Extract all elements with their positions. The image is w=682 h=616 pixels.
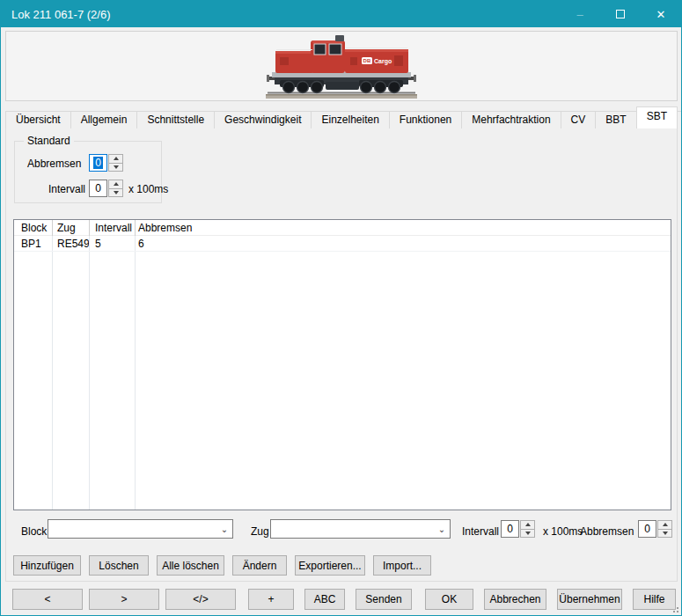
maximize-icon (616, 10, 625, 18)
import-button[interactable]: Import... (373, 555, 431, 576)
intervall-spinner-input[interactable]: 0 (89, 180, 107, 197)
locomotive-illustration: DB Cargo (262, 33, 421, 101)
spin-down-icon (114, 165, 119, 169)
abbremsen-spin-down-button[interactable] (108, 163, 123, 172)
cargo-logo-text: Cargo (374, 58, 392, 65)
cell-intervall: 5 (89, 236, 135, 252)
column-divider (89, 220, 90, 510)
abbremsen-spinner-input[interactable]: 0 (89, 154, 107, 172)
maximize-button[interactable] (600, 1, 641, 27)
hilfe-button[interactable]: Hilfe (633, 589, 676, 610)
spin-down-icon (663, 532, 668, 535)
spin-down-icon (114, 191, 119, 194)
header-divider (89, 220, 90, 236)
tab-geschwindigkeit[interactable]: Geschwindigkeit (214, 111, 312, 128)
chevron-down-icon[interactable]: ⌄ (434, 524, 450, 534)
titlebar: Lok 211 061-7 (2/6) – ✕ (1, 1, 681, 27)
column-header-block[interactable]: Block (14, 220, 52, 236)
block-table[interactable]: Block Zug Intervall Abbremsen BP1 RE549 … (13, 219, 671, 510)
tab-mehrfachtraktion[interactable]: Mehrfachtraktion (461, 111, 561, 128)
standard-group-title: Standard (24, 135, 74, 147)
abbremsen-label: Abbremsen (27, 158, 81, 170)
cell-block: BP1 (14, 236, 52, 252)
ok-button[interactable]: OK (425, 589, 473, 610)
intervall-label: Intervall (27, 183, 85, 195)
tab-strip: Übersicht Allgemein Schnittstelle Geschw… (5, 106, 682, 128)
entry-intervall-spinner: 0 (501, 520, 535, 538)
column-divider (52, 220, 53, 510)
next-loco-button[interactable]: > (89, 589, 159, 610)
table-row[interactable]: BP1 RE549 5 6 (14, 236, 671, 252)
entry-intervall-input[interactable]: 0 (501, 520, 519, 538)
entry-abbremsen-input[interactable]: 0 (638, 520, 656, 538)
standard-groupbox: Standard Abbremsen 0 Intervall 0 x 100ms (14, 141, 162, 203)
spin-up-icon (663, 523, 668, 526)
entry-intervall-spin-down-button[interactable] (520, 529, 535, 539)
aendern-button[interactable]: Ändern (232, 555, 287, 576)
resize-grip[interactable] (671, 605, 679, 613)
entry-abbremsen-spinner: 0 (638, 520, 672, 538)
tab-schnittstelle[interactable]: Schnittstelle (136, 111, 215, 128)
column-header-abbremsen[interactable]: Abbremsen (135, 220, 671, 236)
close-icon: ✕ (656, 8, 666, 21)
dialog-button-bar: < > </> + ABC Senden OK Abbrechen Überne… (1, 587, 682, 612)
table-header: Block Zug Intervall Abbremsen (14, 220, 671, 236)
tab-uebersicht[interactable]: Übersicht (5, 111, 71, 128)
spin-up-icon (114, 157, 119, 160)
entry-intervall-label: Intervall (462, 522, 499, 541)
previous-loco-button[interactable]: < (12, 589, 83, 610)
loeschen-button[interactable]: Löschen (89, 555, 149, 576)
sbt-tab-page: Standard Abbremsen 0 Intervall 0 x 100ms (5, 128, 678, 582)
entry-zug-label: Zug (251, 522, 269, 541)
header-divider (135, 220, 136, 236)
entry-abbremsen-spin-down-button[interactable] (657, 529, 672, 539)
header-divider (52, 220, 53, 236)
tab-sbt[interactable]: SBT (636, 106, 678, 128)
lok-dialog-window: Lok 211 061-7 (2/6) – ✕ (0, 0, 682, 616)
locomotive-image-panel: DB Cargo (5, 31, 678, 101)
minimize-button[interactable]: – (560, 1, 600, 27)
senden-button[interactable]: Senden (356, 589, 412, 610)
alle-loeschen-button[interactable]: Alle löschen (157, 555, 224, 576)
db-logo-text: DB (363, 58, 371, 63)
intervall-spinner: 0 (89, 180, 123, 197)
window-title: Lok 211 061-7 (2/6) (1, 8, 560, 21)
column-header-intervall[interactable]: Intervall (89, 220, 135, 236)
block-combobox[interactable]: ⌄ (48, 519, 233, 539)
column-header-zug[interactable]: Zug (52, 220, 89, 236)
tab-bbt[interactable]: BBT (595, 111, 636, 128)
exportieren-button[interactable]: Exportieren... (295, 555, 365, 576)
entry-abbremsen-label: Abbremsen (580, 522, 634, 541)
abbremsen-spinner: 0 (89, 154, 123, 172)
abc-button[interactable]: ABC (304, 589, 345, 610)
chevron-down-icon[interactable]: ⌄ (216, 524, 232, 534)
hinzufuegen-button[interactable]: Hinzufügen (13, 555, 81, 576)
cell-abbremsen: 6 (135, 236, 671, 252)
close-button[interactable]: ✕ (641, 1, 681, 27)
minimize-icon: – (576, 8, 583, 21)
column-divider (135, 220, 136, 510)
spin-up-icon (525, 523, 531, 526)
code-view-button[interactable]: </> (165, 589, 236, 610)
intervall-unit-label: x 100ms (128, 183, 168, 195)
entry-intervall-unit-label: x 100ms (543, 522, 583, 541)
cell-zug: RE549 (52, 236, 89, 252)
tab-allgemein[interactable]: Allgemein (70, 111, 138, 128)
spin-up-icon (114, 182, 119, 186)
entry-block-label: Block (21, 522, 47, 541)
locomotive-image: DB Cargo (262, 33, 421, 104)
tab-einzelheiten[interactable]: Einzelheiten (311, 111, 389, 128)
abbrechen-button[interactable]: Abbrechen (484, 589, 546, 610)
plus-button[interactable]: + (248, 589, 294, 610)
uebernehmen-button[interactable]: Übernehmen (557, 589, 622, 610)
spin-down-icon (525, 532, 531, 535)
action-button-row: Hinzufügen Löschen Alle löschen Ändern E… (13, 555, 431, 576)
intervall-spin-down-button[interactable] (108, 188, 123, 198)
zug-combobox[interactable]: ⌄ (270, 519, 451, 539)
tab-cv[interactable]: CV (561, 111, 597, 128)
tab-funktionen[interactable]: Funktionen (389, 111, 462, 128)
